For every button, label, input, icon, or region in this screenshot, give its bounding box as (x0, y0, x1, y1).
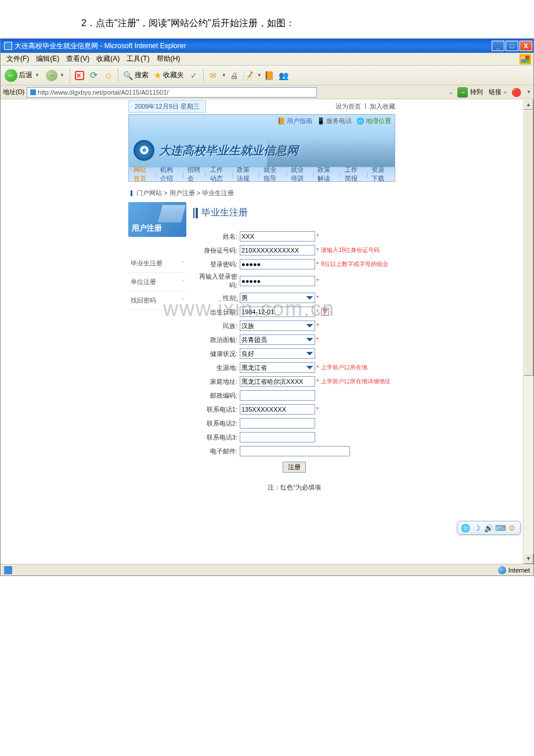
location-link[interactable]: 🌐地理位置 (356, 117, 391, 125)
select-origin[interactable]: 黑龙江省 (240, 362, 315, 373)
nav-jobfair[interactable]: 招聘会 (185, 164, 204, 185)
scroll-track[interactable] (524, 110, 533, 553)
browser-window: 大连高校毕业生就业信息网 - Microsoft Internet Explor… (0, 38, 534, 576)
browser-viewport: 2009年12月9日 星期三 设为首页 | 加入收藏 📙用户指南 📱服务电话 🌐… (1, 99, 533, 564)
service-phone-link[interactable]: 📱服务电话 (317, 117, 352, 125)
address-bar: 地址(D) ⌄ → 转到 链接 » 🔴 ▼ (1, 85, 533, 99)
addon-icon[interactable]: 🔴 (510, 87, 522, 98)
edit-button[interactable]: 📝 (243, 70, 254, 81)
back-dropdown-icon[interactable]: ▼ (35, 73, 39, 78)
forward-arrow-icon: → (46, 70, 57, 81)
input-phone2[interactable] (240, 418, 315, 429)
menu-favorites[interactable]: 收藏(A) (93, 53, 123, 65)
scroll-down-button[interactable]: ▼ (524, 553, 533, 564)
print-button[interactable]: 🖨 (228, 70, 240, 81)
history-button[interactable]: ✓ (188, 70, 200, 81)
favorites-label: 收藏夹 (163, 70, 184, 80)
scroll-thumb[interactable] (524, 110, 533, 376)
submit-button[interactable]: 注册 (283, 462, 306, 473)
label-birth: 出生日期: (193, 308, 240, 316)
input-phone3[interactable] (240, 432, 315, 442)
select-political[interactable]: 共青团员 (240, 334, 315, 345)
sidebar-card-label: 用户注册 (132, 223, 162, 233)
menu-view[interactable]: 查看(V) (63, 53, 93, 65)
vertical-scrollbar[interactable]: ▲ ▼ (523, 99, 533, 564)
mail-dropdown-icon[interactable]: ▼ (222, 73, 226, 78)
input-id[interactable] (240, 245, 315, 255)
sidebar-item-password[interactable]: 找回密码‹ (128, 291, 186, 310)
star-icon: ★ (154, 70, 161, 81)
scroll-up-button[interactable]: ▲ (524, 99, 533, 110)
user-guide-link[interactable]: 📙用户指南 (277, 117, 312, 125)
nav-guide[interactable]: 就业指导 (261, 164, 284, 185)
nav-home[interactable]: 网站首页 (131, 164, 154, 185)
address-label: 地址(D) (3, 88, 24, 96)
go-label: 转到 (470, 88, 483, 96)
nav-report[interactable]: 工作简报 (342, 164, 366, 185)
sidebar-item-company[interactable]: 单位注册‹ (128, 273, 186, 291)
address-input-wrap[interactable] (27, 87, 317, 98)
refresh-button[interactable]: ⟳ (88, 70, 100, 81)
input-email[interactable] (240, 446, 350, 456)
ie-icon (4, 42, 12, 50)
label-ethnic: 民族: (193, 322, 240, 330)
address-dropdown-icon[interactable]: ⌄ (447, 89, 455, 95)
form-title: 毕业生注册 (193, 207, 395, 219)
favorites-button[interactable]: ★ 收藏夹 (151, 69, 186, 82)
close-button[interactable]: X (519, 41, 532, 51)
hint-home: 上学前户口所在地详细地址 (321, 377, 391, 386)
menu-help[interactable]: 帮助(H) (153, 53, 184, 65)
nav-interpret[interactable]: 政策解读 (315, 164, 338, 185)
calendar-icon[interactable]: 📅 (321, 308, 329, 316)
select-gender[interactable]: 男 (240, 293, 315, 303)
toolbar-separator (118, 69, 118, 82)
stop-button[interactable]: ✕ (74, 70, 85, 81)
ft-moon-icon[interactable]: ☽ (472, 523, 482, 532)
go-button[interactable]: → (457, 87, 468, 98)
ft-sound-icon[interactable]: 🔊 (484, 523, 493, 532)
ft-globe-icon[interactable]: 🌐 (461, 523, 470, 532)
maximize-button[interactable]: □ (506, 41, 518, 51)
add-favorite-link[interactable]: 加入收藏 (370, 102, 395, 111)
nav-work[interactable]: 工作动态 (208, 164, 231, 185)
mail-button[interactable]: ✉ (207, 70, 219, 81)
ft-keyboard-icon[interactable]: ⌨ (496, 523, 505, 532)
input-birth[interactable] (240, 307, 315, 317)
input-password2[interactable] (240, 276, 315, 286)
nav-download[interactable]: 资源下载 (369, 164, 392, 185)
links-label[interactable]: 链接 (489, 88, 501, 96)
menu-file[interactable]: 文件(F) (3, 53, 33, 65)
breadcrumb-portal[interactable]: 门户网站 (136, 189, 162, 196)
set-homepage-link[interactable]: 设为首页 (335, 102, 361, 111)
select-health[interactable]: 良好 (240, 348, 315, 359)
label-password2: 再输入登录密码: (193, 272, 240, 290)
floating-toolbar[interactable]: 🌐 ☽ 🔊 ⌨ ⚙ (457, 521, 521, 535)
menu-tools[interactable]: 工具(T) (123, 53, 153, 65)
input-phone1[interactable] (240, 404, 315, 415)
back-button[interactable]: ← 后退 ▼ (2, 67, 42, 84)
minimize-button[interactable]: _ (492, 41, 504, 51)
input-zip[interactable] (240, 390, 315, 401)
nav-org[interactable]: 机构介绍 (158, 164, 181, 185)
search-button[interactable]: 🔍 搜索 (121, 69, 151, 81)
home-button[interactable]: ⌂ (103, 70, 114, 81)
breadcrumb-register[interactable]: 用户注册 (169, 189, 195, 196)
input-password[interactable] (240, 259, 315, 269)
edit-dropdown-icon[interactable]: ▼ (257, 73, 262, 78)
input-name[interactable] (240, 231, 315, 242)
ft-gear-icon[interactable]: ⚙ (507, 523, 517, 532)
address-input[interactable] (38, 89, 315, 96)
label-zip: 邮政编码: (193, 391, 240, 400)
nav-policy[interactable]: 政策法规 (234, 164, 258, 185)
tool-extra-1[interactable]: 📙 (264, 70, 275, 81)
forward-dropdown-icon[interactable]: ▼ (60, 73, 64, 78)
tool-extra-2[interactable]: 👥 (278, 70, 290, 81)
select-ethnic[interactable]: 汉族 (240, 321, 315, 331)
forward-button[interactable]: → ▼ (43, 68, 67, 83)
nav-train[interactable]: 就业培训 (288, 164, 312, 185)
phone-icon: 📱 (317, 117, 325, 125)
menu-edit[interactable]: 编辑(E) (33, 53, 63, 65)
addon-dropdown-icon[interactable]: ▼ (526, 89, 531, 95)
input-home[interactable] (240, 376, 315, 387)
sidebar-item-graduate[interactable]: 毕业生注册‹ (128, 254, 186, 273)
